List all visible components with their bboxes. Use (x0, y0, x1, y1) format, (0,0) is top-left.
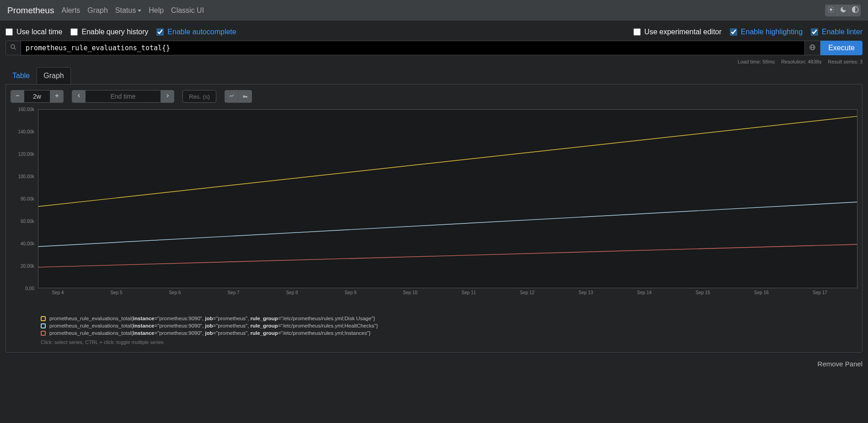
y-tick-label: 140.00k (18, 129, 34, 134)
x-tick-label: Sep 12 (520, 290, 535, 295)
query-stats: Load time: 58ms Resolution: 4838s Result… (0, 55, 868, 67)
opt-highlighting[interactable]: Enable highlighting (730, 28, 803, 36)
legend: prometheus_rule_evaluations_total{instan… (11, 315, 857, 345)
x-tick-label: Sep 16 (754, 290, 769, 295)
tab-graph[interactable]: Graph (37, 67, 70, 84)
legend-item[interactable]: prometheus_rule_evaluations_total{instan… (41, 315, 857, 322)
sun-icon (827, 6, 835, 15)
theme-auto-button[interactable] (849, 5, 861, 16)
y-tick-label: 120.00k (18, 152, 34, 157)
x-tick-label: Sep 9 (344, 290, 356, 295)
opt-local-time[interactable]: Use local time (5, 28, 62, 36)
chevron-left-icon (76, 92, 82, 100)
x-tick-label: Sep 13 (579, 290, 593, 295)
tab-table[interactable]: Table (5, 67, 37, 84)
svg-line-5 (829, 7, 829, 7)
legend-item[interactable]: prometheus_rule_evaluations_total{instan… (41, 329, 857, 337)
graph-controls (11, 90, 857, 103)
nav-status[interactable]: Status (115, 5, 141, 16)
opt-query-history[interactable]: Enable query history (70, 28, 148, 36)
metrics-explorer-button[interactable] (5, 41, 21, 55)
range-increase-button[interactable] (50, 90, 64, 103)
theme-dark-button[interactable] (837, 5, 849, 16)
svg-line-11 (14, 48, 16, 50)
legend-swatch (41, 331, 46, 336)
legend-label: prometheus_rule_evaluations_total{instan… (49, 330, 370, 336)
time-forward-button[interactable] (161, 90, 174, 103)
unstacked-graph-button[interactable] (225, 90, 238, 103)
expression-input[interactable] (21, 41, 805, 55)
graph-panel: 0.0020.00k40.00k60.00k80.00k100.00k120.0… (5, 84, 863, 353)
svg-line-8 (829, 11, 829, 12)
nav-alerts[interactable]: Alerts (61, 5, 80, 16)
theme-switcher (825, 5, 861, 16)
legend-label: prometheus_rule_evaluations_total{instan… (49, 323, 378, 328)
legend-item[interactable]: prometheus_rule_evaluations_total{instan… (41, 322, 857, 329)
series-line[interactable] (38, 116, 857, 206)
nav-help[interactable]: Help (149, 5, 164, 16)
x-tick-label: Sep 4 (52, 290, 64, 295)
legend-hint: Click: select series, CTRL + click: togg… (41, 339, 857, 345)
search-icon (10, 44, 16, 52)
options-row: Use local time Enable query history Enab… (0, 21, 868, 41)
legend-swatch (41, 323, 46, 328)
opt-linter[interactable]: Enable linter (811, 28, 863, 36)
line-chart-icon (229, 92, 235, 100)
svg-line-7 (833, 7, 833, 7)
series-line[interactable] (38, 202, 857, 247)
x-tick-label: Sep 11 (461, 290, 476, 295)
remove-panel-link[interactable]: Remove Panel (0, 358, 868, 372)
y-tick-label: 20.00k (21, 264, 34, 269)
x-axis: Sep 4Sep 5Sep 6Sep 7Sep 8Sep 9Sep 10Sep … (38, 290, 857, 297)
opt-autocomplete[interactable]: Enable autocomplete (156, 28, 236, 36)
resolution-input[interactable] (182, 90, 216, 103)
x-tick-label: Sep 10 (403, 290, 418, 295)
y-axis: 0.0020.00k40.00k60.00k80.00k100.00k120.0… (11, 109, 37, 288)
minus-icon (15, 92, 21, 100)
query-bar: Execute (0, 41, 868, 55)
y-tick-label: 100.00k (18, 174, 34, 179)
range-input[interactable] (24, 90, 50, 103)
stat-resolution: Resolution: 4838s (781, 59, 821, 64)
plot-area[interactable] (38, 109, 857, 288)
globe-icon (809, 44, 816, 53)
y-tick-label: 40.00k (21, 241, 34, 246)
svg-point-10 (11, 45, 15, 48)
x-tick-label: Sep 15 (696, 290, 710, 295)
format-expression-button[interactable] (805, 41, 820, 55)
x-tick-label: Sep 8 (286, 290, 298, 295)
x-tick-label: Sep 5 (110, 290, 122, 295)
legend-label: prometheus_rule_evaluations_total{instan… (49, 316, 375, 321)
series-line[interactable] (38, 244, 857, 267)
y-tick-label: 0.00 (26, 286, 34, 291)
chevron-right-icon (165, 92, 171, 100)
execute-button[interactable]: Execute (820, 41, 863, 55)
chart: 0.0020.00k40.00k60.00k80.00k100.00k120.0… (11, 109, 857, 302)
x-tick-label: Sep 14 (637, 290, 652, 295)
plus-icon (54, 92, 60, 100)
legend-swatch (41, 316, 46, 321)
opt-experimental-editor[interactable]: Use experimental editor (633, 28, 722, 36)
result-tabs: Table Graph (0, 67, 868, 84)
stat-load-time: Load time: 58ms (738, 59, 775, 64)
stat-series: Result series: 3 (828, 59, 863, 64)
contrast-icon (852, 6, 859, 15)
area-chart-icon (242, 92, 248, 100)
end-time-input[interactable] (86, 90, 161, 103)
brand: Prometheus (7, 5, 54, 16)
x-tick-label: Sep 17 (813, 290, 827, 295)
y-tick-label: 60.00k (21, 219, 34, 224)
navbar: Prometheus Alerts Graph Status Help Clas… (0, 0, 868, 21)
range-decrease-button[interactable] (11, 90, 24, 103)
time-back-button[interactable] (72, 90, 86, 103)
x-tick-label: Sep 6 (169, 290, 181, 295)
moon-icon (840, 6, 847, 15)
nav-classic-ui[interactable]: Classic UI (171, 5, 204, 16)
svg-point-0 (830, 8, 832, 11)
svg-line-6 (833, 11, 833, 12)
nav-graph[interactable]: Graph (87, 5, 107, 16)
x-tick-label: Sep 7 (227, 290, 239, 295)
y-tick-label: 80.00k (21, 196, 34, 201)
theme-light-button[interactable] (825, 5, 837, 16)
stacked-graph-button[interactable] (238, 90, 252, 103)
